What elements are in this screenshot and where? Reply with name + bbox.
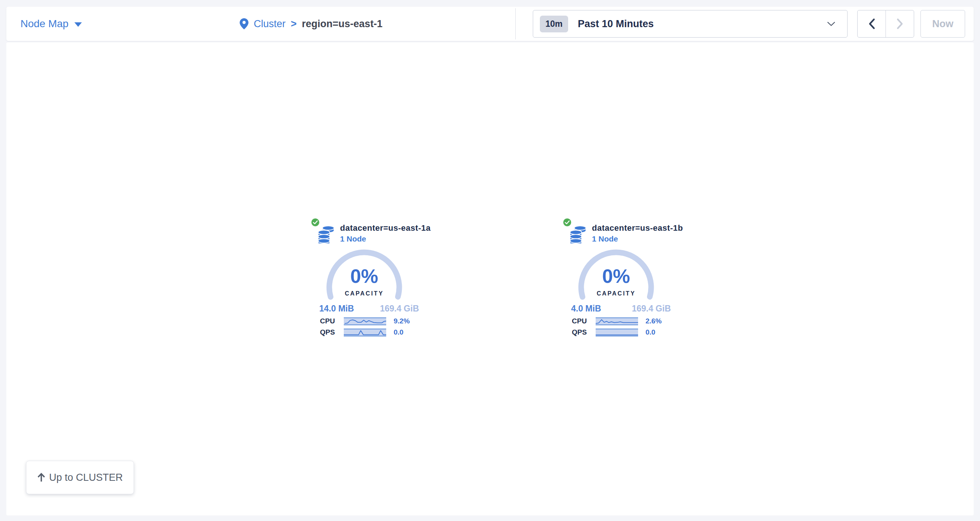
location-pin-icon bbox=[240, 18, 248, 29]
cpu-label: CPU bbox=[572, 317, 589, 325]
header-bar: Node Map Cluster > region=us-east-1 10m … bbox=[6, 7, 974, 41]
cpu-sparkline bbox=[344, 317, 386, 325]
capacity-values: 14.0 MiB 169.4 GiB bbox=[319, 304, 419, 314]
cpu-value: 2.6% bbox=[646, 317, 662, 325]
view-selector-label: Node Map bbox=[21, 18, 68, 30]
qps-sparkline bbox=[344, 328, 386, 336]
time-range-badge: 10m bbox=[540, 16, 568, 32]
cpu-value: 9.2% bbox=[394, 317, 410, 325]
locality-card-us-east-1a[interactable]: datacenter=us-east-1a 1 Node 0% CAPACITY… bbox=[309, 216, 431, 344]
node-map-page: Node Map Cluster > region=us-east-1 10m … bbox=[0, 0, 980, 521]
now-button[interactable]: Now bbox=[921, 10, 965, 38]
chevron-down-icon bbox=[827, 22, 835, 26]
qps-value: 0.0 bbox=[646, 328, 655, 336]
chevron-right-icon bbox=[897, 18, 904, 29]
up-to-cluster-label: Up to CLUSTER bbox=[49, 472, 123, 483]
database-stack-icon bbox=[318, 226, 335, 244]
cpu-metric-row: CPU 9.2% bbox=[320, 317, 410, 325]
locality-node-count: 1 Node bbox=[340, 234, 366, 244]
capacity-gauge bbox=[325, 248, 403, 327]
qps-metric-row: QPS 0.0 bbox=[320, 328, 403, 336]
chevron-left-icon bbox=[869, 18, 875, 29]
capacity-used: 4.0 MiB bbox=[571, 304, 601, 314]
breadcrumb-current: region=us-east-1 bbox=[302, 18, 382, 30]
up-to-cluster-button[interactable]: Up to CLUSTER bbox=[26, 461, 134, 494]
node-map-canvas bbox=[6, 42, 974, 515]
caret-down-icon bbox=[75, 22, 82, 27]
breadcrumb: Cluster > region=us-east-1 bbox=[240, 7, 382, 41]
qps-label: QPS bbox=[320, 328, 337, 336]
qps-metric-row: QPS 0.0 bbox=[572, 328, 655, 336]
view-selector-dropdown[interactable]: Node Map bbox=[21, 7, 82, 41]
locality-title: datacenter=us-east-1b bbox=[592, 223, 683, 233]
capacity-values: 4.0 MiB 169.4 GiB bbox=[571, 304, 671, 314]
breadcrumb-separator: > bbox=[291, 18, 297, 30]
cpu-metric-row: CPU 2.6% bbox=[572, 317, 662, 325]
capacity-gauge bbox=[577, 248, 655, 327]
cpu-sparkline bbox=[596, 317, 638, 325]
breadcrumb-cluster-link[interactable]: Cluster bbox=[254, 18, 286, 30]
cpu-label: CPU bbox=[320, 317, 337, 325]
locality-title: datacenter=us-east-1a bbox=[340, 223, 431, 233]
database-stack-icon bbox=[570, 226, 587, 244]
time-next-button[interactable] bbox=[886, 10, 914, 37]
qps-sparkline bbox=[596, 328, 638, 336]
locality-node-count: 1 Node bbox=[592, 234, 618, 244]
capacity-total: 169.4 GiB bbox=[632, 304, 671, 314]
locality-card-us-east-1b[interactable]: datacenter=us-east-1b 1 Node 0% CAPACITY… bbox=[561, 216, 684, 344]
capacity-used: 14.0 MiB bbox=[319, 304, 354, 314]
capacity-total: 169.4 GiB bbox=[380, 304, 419, 314]
qps-value: 0.0 bbox=[394, 328, 403, 336]
time-range-dropdown[interactable]: 10m Past 10 Minutes bbox=[533, 10, 848, 38]
time-range-label: Past 10 Minutes bbox=[578, 18, 654, 30]
time-prev-button[interactable] bbox=[858, 10, 886, 37]
time-nav-group bbox=[857, 10, 914, 38]
qps-label: QPS bbox=[572, 328, 589, 336]
up-arrow-icon bbox=[37, 473, 45, 482]
